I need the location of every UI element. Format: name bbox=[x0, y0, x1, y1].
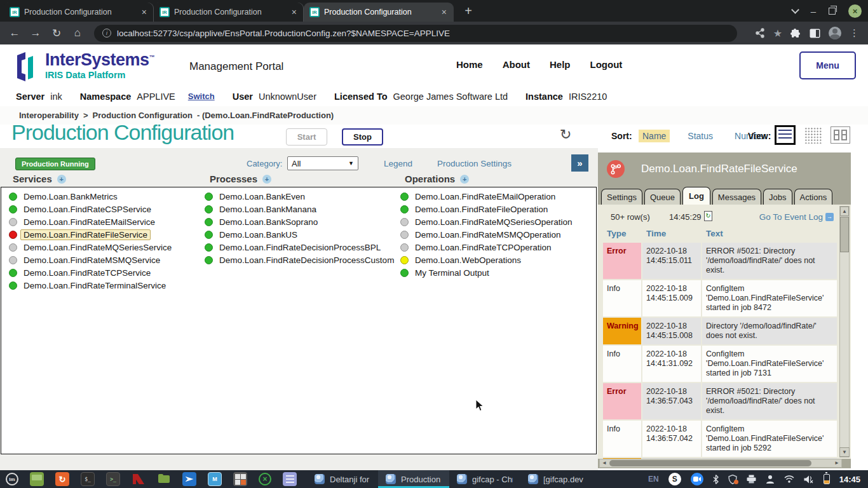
production-settings-link[interactable]: Production Settings bbox=[437, 159, 512, 168]
terminal-icon[interactable]: $_ bbox=[81, 472, 95, 486]
service-item[interactable]: Demo.Loan.FindRateFileService bbox=[9, 228, 172, 241]
operation-item[interactable]: My Terminal Output bbox=[400, 266, 573, 279]
battery-icon[interactable] bbox=[824, 474, 830, 484]
nav-link[interactable]: Home bbox=[456, 59, 483, 70]
go-to-event-log-arrow-icon[interactable]: → bbox=[825, 213, 834, 221]
category-select[interactable]: All ▼ bbox=[287, 156, 358, 170]
operation-item[interactable]: Demo.Loan.FindRateTCPOperation bbox=[400, 241, 573, 254]
browser-tab[interactable]: IR Production Configuration × bbox=[154, 3, 304, 22]
code-editor-icon[interactable] bbox=[182, 472, 196, 486]
service-item[interactable]: Demo.Loan.BankMetrics bbox=[9, 190, 172, 203]
breadcrumb-current[interactable]: Production Configuration bbox=[93, 111, 193, 120]
tab-close-icon[interactable]: × bbox=[290, 7, 298, 17]
log-header-text[interactable]: Text bbox=[702, 229, 837, 238]
scroll-down-arrow[interactable]: ▼ bbox=[839, 447, 850, 457]
terminal-alt-icon[interactable]: >_ bbox=[106, 472, 120, 486]
nav-link[interactable]: Logout bbox=[590, 59, 623, 70]
view-grid-button[interactable] bbox=[804, 126, 822, 144]
tab-close-icon[interactable]: × bbox=[440, 7, 448, 17]
extensions-puzzle-icon[interactable] bbox=[790, 28, 801, 39]
scroll-left-arrow[interactable]: ◄ bbox=[600, 459, 609, 467]
browser-menu-icon[interactable]: ⋮ bbox=[850, 27, 859, 39]
view-list-button[interactable] bbox=[775, 125, 796, 145]
operation-item[interactable]: Demo.Loan.WebOperations bbox=[400, 254, 573, 266]
calculator-icon[interactable] bbox=[233, 472, 247, 486]
files-icon[interactable] bbox=[30, 472, 44, 486]
service-item[interactable]: Demo.Loan.FindRateTerminalService bbox=[9, 279, 172, 292]
log-header-time[interactable]: Time bbox=[642, 229, 701, 238]
printer-icon[interactable] bbox=[747, 475, 756, 484]
deltanji-icon[interactable] bbox=[132, 472, 146, 486]
zoom-icon[interactable] bbox=[691, 473, 703, 485]
browser-tab[interactable]: IR Production Configuration × bbox=[4, 3, 154, 22]
service-item[interactable]: Demo.Loan.FindRateCSPService bbox=[9, 203, 172, 215]
nav-link[interactable]: About bbox=[503, 59, 530, 70]
add-service-icon[interactable]: + bbox=[57, 175, 66, 184]
process-item[interactable]: Demo.Loan.BankSoprano bbox=[205, 215, 394, 228]
service-item[interactable]: Demo.Loan.FindRateTCPService bbox=[9, 266, 172, 279]
sort-option[interactable]: Status bbox=[684, 130, 717, 142]
process-item[interactable]: Demo.Loan.FindRateDecisionProcessBPL bbox=[205, 241, 394, 254]
breadcrumb-root[interactable]: Interoperability bbox=[19, 111, 79, 120]
bluetooth-icon[interactable] bbox=[713, 475, 719, 484]
browser-tab[interactable]: IR Production Configuration × bbox=[304, 3, 454, 22]
taskbar-window-button[interactable]: Production Co... bbox=[378, 470, 449, 488]
home-icon[interactable]: ⌂ bbox=[69, 27, 86, 39]
service-item[interactable]: Demo.Loan.FindRateMSMQService bbox=[9, 254, 172, 266]
switch-link[interactable]: Switch bbox=[188, 92, 215, 101]
tab-search-chevron-icon[interactable] bbox=[791, 6, 799, 14]
service-item[interactable]: Demo.Loan.FindRateMQSeriesService bbox=[9, 241, 172, 254]
language-indicator[interactable]: EN bbox=[648, 475, 659, 484]
user-icon[interactable] bbox=[766, 475, 775, 484]
maximize-button[interactable] bbox=[829, 8, 836, 15]
notes-icon[interactable] bbox=[283, 472, 297, 486]
view-split-button[interactable] bbox=[831, 126, 850, 144]
panel-tab[interactable]: Queue bbox=[644, 189, 681, 205]
scroll-right-arrow[interactable]: ► bbox=[832, 459, 841, 467]
refresh-log-icon[interactable]: ↻ bbox=[704, 211, 712, 221]
taskbar-clock[interactable]: 14:45 bbox=[839, 475, 860, 484]
panel-tab[interactable]: Settings bbox=[601, 189, 642, 205]
wifi-icon[interactable] bbox=[784, 475, 794, 483]
horizontal-scroll-thumb[interactable] bbox=[609, 460, 811, 466]
horizontal-scrollbar[interactable]: ◄ ► bbox=[599, 459, 842, 468]
volume-muted-icon[interactable] bbox=[804, 475, 814, 484]
taskbar-window-button[interactable]: Deltanji for Se... bbox=[307, 470, 378, 488]
panel-tab[interactable]: Log bbox=[682, 187, 710, 205]
nav-link[interactable]: Help bbox=[550, 59, 571, 70]
share-icon[interactable] bbox=[755, 28, 765, 38]
process-item[interactable]: Demo.Loan.BankEven bbox=[205, 190, 394, 203]
sort-option[interactable]: Name bbox=[639, 130, 670, 142]
taskbar-window-button[interactable]: [gifcap.dev is ... bbox=[520, 470, 592, 488]
taskbar-window-button[interactable]: gifcap - Chro... bbox=[449, 470, 520, 488]
stop-button[interactable]: Stop bbox=[342, 128, 383, 146]
operation-item[interactable]: Demo.Loan.FindRateMSMQOperation bbox=[400, 228, 573, 241]
new-tab-button[interactable]: + bbox=[460, 4, 477, 18]
close-window-button[interactable]: × bbox=[848, 4, 862, 18]
reload-icon[interactable]: ↻ bbox=[48, 27, 65, 40]
panel-tab[interactable]: Actions bbox=[794, 189, 833, 205]
log-header-type[interactable]: Type bbox=[603, 229, 641, 238]
x-app-icon[interactable]: × bbox=[259, 473, 271, 485]
panel-tab[interactable]: Jobs bbox=[763, 189, 792, 205]
process-item[interactable]: Demo.Loan.BankUS bbox=[205, 228, 394, 241]
panel-tab[interactable]: Messages bbox=[712, 189, 761, 205]
timeshift-icon[interactable]: ↻ bbox=[55, 472, 69, 486]
expand-panel-button[interactable]: » bbox=[571, 154, 588, 172]
refresh-spinner-icon[interactable]: ↻ bbox=[560, 126, 571, 143]
operation-item[interactable]: Demo.Loan.FindRateEMailOperation bbox=[400, 190, 573, 203]
back-icon[interactable]: ← bbox=[6, 27, 23, 39]
start-button[interactable]: Start bbox=[286, 128, 327, 146]
menu-button[interactable]: Menu bbox=[799, 51, 856, 79]
monitor-app-icon[interactable]: M bbox=[208, 472, 222, 486]
operation-item[interactable]: Demo.Loan.FindRateFileOperation bbox=[400, 203, 573, 215]
side-panel-icon[interactable] bbox=[810, 29, 820, 38]
address-bar[interactable]: i localhost:52773/csp/applive/EnsPortal.… bbox=[94, 25, 737, 42]
process-item[interactable]: Demo.Loan.BankManana bbox=[205, 203, 394, 215]
vertical-scrollbar[interactable]: ▲ ▼ bbox=[839, 206, 850, 458]
go-to-event-log-link[interactable]: Go To Event Log bbox=[759, 212, 823, 222]
bookmark-star-icon[interactable]: ★ bbox=[773, 27, 782, 39]
add-process-icon[interactable]: + bbox=[262, 175, 271, 184]
folder-icon[interactable] bbox=[157, 472, 171, 486]
forward-icon[interactable]: → bbox=[27, 27, 44, 39]
